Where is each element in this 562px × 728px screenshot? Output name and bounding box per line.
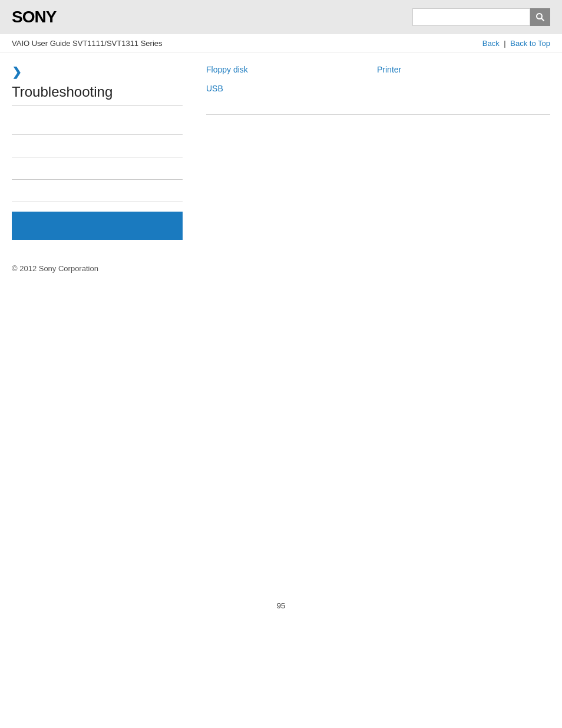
content-column-2: Printer — [377, 65, 542, 103]
svg-line-1 — [541, 18, 544, 21]
footer-copyright: © 2012 Sony Corporation — [12, 264, 98, 273]
nav-separator: | — [504, 39, 505, 48]
search-input[interactable] — [412, 8, 530, 26]
breadcrumb-bar: VAIO User Guide SVT1111/SVT1311 Series B… — [0, 34, 562, 53]
content-links: Floppy disk USB Printer — [206, 65, 550, 103]
floppy-disk-link[interactable]: Floppy disk — [206, 65, 371, 74]
search-button[interactable] — [530, 8, 550, 26]
printer-link[interactable]: Printer — [377, 65, 542, 74]
main-content: ❯ Troubleshooting Floppy disk USB Printe… — [0, 53, 562, 252]
search-icon — [535, 12, 545, 22]
content-column-1: Floppy disk USB — [206, 65, 371, 103]
sidebar-item-1 — [12, 113, 183, 135]
content-divider — [206, 114, 550, 115]
sony-logo: SONY — [12, 8, 56, 27]
usb-link[interactable]: USB — [206, 84, 371, 93]
header: SONY — [0, 0, 562, 34]
search-area — [412, 8, 550, 26]
sidebar-item-4 — [12, 180, 183, 202]
page-number: 95 — [0, 589, 562, 622]
sidebar: ❯ Troubleshooting — [12, 65, 194, 240]
svg-point-0 — [537, 14, 542, 19]
nav-links: Back | Back to Top — [482, 39, 550, 48]
sidebar-item-2 — [12, 135, 183, 157]
footer: © 2012 Sony Corporation — [0, 252, 562, 285]
sidebar-item-3 — [12, 157, 183, 180]
sidebar-blue-block[interactable] — [12, 212, 183, 240]
sidebar-title: Troubleshooting — [12, 84, 183, 106]
back-to-top-link[interactable]: Back to Top — [510, 39, 550, 48]
breadcrumb-text: VAIO User Guide SVT1111/SVT1311 Series — [12, 39, 163, 48]
sidebar-arrow: ❯ — [12, 65, 183, 79]
content-area: Floppy disk USB Printer — [194, 65, 550, 240]
back-link[interactable]: Back — [482, 39, 500, 48]
